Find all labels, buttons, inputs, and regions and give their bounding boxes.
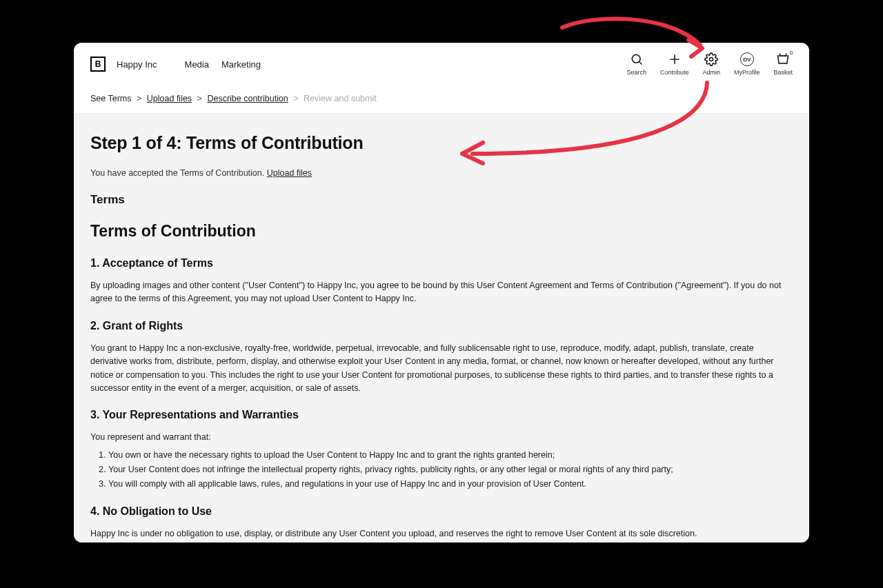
app-window: B Happy Inc Media Marketing Search Contr… <box>74 43 809 543</box>
search-label: Search <box>626 69 646 76</box>
terms-label: Terms <box>90 193 793 207</box>
terms-title: Terms of Contribution <box>90 222 793 241</box>
accepted-message: You have accepted the Terms of Contribut… <box>90 168 793 178</box>
list-item: You will comply with all applicable laws… <box>108 478 793 491</box>
brand-name[interactable]: Happy Inc <box>117 59 157 70</box>
breadcrumb-see-terms[interactable]: See Terms <box>90 94 132 103</box>
list-item: You own or have the necessary rights to … <box>108 449 793 462</box>
content-area: Step 1 of 4: Terms of Contribution You h… <box>74 114 809 543</box>
nav-marketing[interactable]: Marketing <box>221 59 261 70</box>
profile-label: MyProfile <box>734 69 760 76</box>
plus-icon <box>668 52 682 66</box>
search-button[interactable]: Search <box>626 52 646 76</box>
basket-button[interactable]: 0 Basket <box>773 52 793 76</box>
admin-button[interactable]: Admin <box>702 52 720 76</box>
svg-line-1 <box>639 62 642 65</box>
section-2-heading: 2. Grant of Rights <box>90 320 793 332</box>
top-actions: Search Contribute Admin DV MyProfile <box>626 52 793 76</box>
topbar: B Happy Inc Media Marketing Search Contr… <box>74 43 809 81</box>
basket-icon: 0 <box>776 52 790 66</box>
upload-files-link[interactable]: Upload files <box>267 168 312 178</box>
section-3-list: You own or have the necessary rights to … <box>108 449 793 491</box>
contribute-button[interactable]: Contribute <box>660 52 689 76</box>
step-title: Step 1 of 4: Terms of Contribution <box>90 133 793 153</box>
search-icon <box>630 52 644 66</box>
brand-logo[interactable]: B <box>90 57 106 72</box>
section-1-heading: 1. Acceptance of Terms <box>90 257 793 270</box>
svg-point-4 <box>710 58 713 61</box>
basket-label: Basket <box>773 69 793 76</box>
section-3-intro: You represent and warrant that: <box>90 431 793 444</box>
primary-nav: Media Marketing <box>185 59 261 70</box>
avatar-icon: DV <box>740 52 754 66</box>
section-2-body: You grant to Happy Inc a non-exclusive, … <box>90 342 793 396</box>
svg-point-0 <box>632 54 640 63</box>
section-1-body: By uploading images and other content ("… <box>90 279 793 306</box>
breadcrumb-sep: > <box>197 94 202 103</box>
nav-media[interactable]: Media <box>185 59 209 70</box>
breadcrumb-sep: > <box>137 94 141 103</box>
breadcrumb-sep: > <box>293 94 298 103</box>
section-4-heading: 4. No Obligation to Use <box>90 505 793 518</box>
breadcrumb-review-submit: Review and submit <box>304 94 377 103</box>
contribute-label: Contribute <box>660 69 689 76</box>
gear-icon <box>704 52 718 66</box>
breadcrumb-bar: See Terms > Upload files > Describe cont… <box>74 81 809 114</box>
profile-button[interactable]: DV MyProfile <box>734 52 760 76</box>
accepted-text: You have accepted the Terms of Contribut… <box>90 168 267 178</box>
breadcrumb-upload-files[interactable]: Upload files <box>147 94 192 103</box>
list-item: Your User Content does not infringe the … <box>108 463 793 476</box>
breadcrumb-describe-contribution[interactable]: Describe contribution <box>207 94 288 103</box>
section-3-heading: 3. Your Representations and Warranties <box>90 409 793 421</box>
basket-count: 0 <box>790 50 793 56</box>
breadcrumb: See Terms > Upload files > Describe cont… <box>90 94 793 103</box>
section-4-body: Happy Inc is under no obligation to use,… <box>90 527 793 540</box>
admin-label: Admin <box>702 69 720 76</box>
